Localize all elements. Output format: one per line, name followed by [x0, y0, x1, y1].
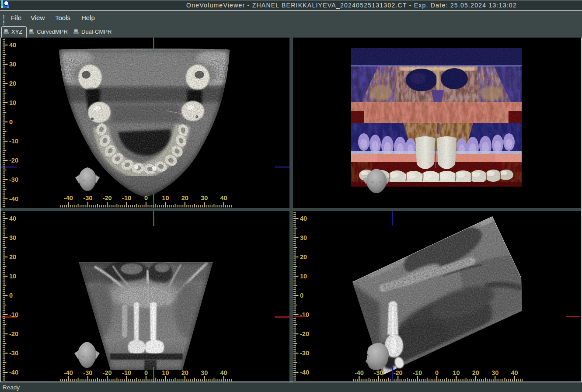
svg-text:30: 30: [9, 61, 16, 68]
svg-text:-10: -10: [122, 369, 131, 376]
svg-text:20: 20: [300, 253, 307, 260]
svg-text:10: 10: [453, 369, 460, 376]
svg-text:-30: -30: [9, 350, 18, 357]
svg-text:0: 0: [300, 292, 303, 299]
svg-text:0: 0: [9, 292, 13, 299]
svg-text:10: 10: [9, 99, 16, 106]
svg-text:10: 10: [9, 273, 16, 280]
svg-text:20: 20: [472, 369, 479, 376]
svg-text:-40: -40: [355, 369, 364, 376]
svg-text:-30: -30: [374, 369, 383, 376]
svg-text:20: 20: [9, 253, 16, 260]
svg-text:-30: -30: [9, 176, 18, 183]
svg-text:10: 10: [162, 194, 169, 201]
svg-text:20: 20: [9, 80, 16, 87]
svg-text:-10: -10: [413, 369, 422, 376]
svg-text:-20: -20: [9, 157, 18, 164]
svg-text:-40: -40: [300, 369, 309, 376]
svg-text:30: 30: [201, 369, 208, 376]
svg-text:40: 40: [9, 42, 16, 49]
svg-text:10: 10: [300, 273, 307, 280]
svg-text:-20: -20: [103, 194, 112, 201]
svg-text:20: 20: [181, 194, 188, 201]
svg-text:-30: -30: [83, 194, 92, 201]
svg-text:-20: -20: [9, 330, 18, 337]
svg-text:30: 30: [300, 234, 307, 241]
svg-text:0: 0: [144, 369, 148, 376]
svg-text:-40: -40: [9, 195, 18, 202]
svg-text:30: 30: [201, 194, 208, 201]
svg-text:30: 30: [9, 234, 16, 241]
svg-text:10: 10: [162, 369, 169, 376]
svg-text:-10: -10: [9, 311, 18, 318]
svg-text:-40: -40: [64, 369, 73, 376]
svg-text:20: 20: [181, 369, 188, 376]
svg-text:40: 40: [220, 369, 227, 376]
svg-text:-40: -40: [64, 194, 73, 201]
svg-text:40: 40: [220, 194, 227, 201]
svg-text:40: 40: [511, 369, 518, 376]
svg-text:-30: -30: [83, 369, 92, 376]
svg-text:30: 30: [491, 369, 498, 376]
svg-text:-20: -20: [300, 330, 309, 337]
svg-text:0: 0: [435, 369, 439, 376]
svg-text:-10: -10: [122, 194, 131, 201]
svg-text:0: 0: [144, 194, 148, 201]
svg-text:-20: -20: [103, 369, 112, 376]
svg-text:40: 40: [9, 215, 16, 222]
svg-text:-20: -20: [394, 369, 403, 376]
svg-text:40: 40: [300, 215, 307, 222]
svg-text:0: 0: [9, 118, 13, 125]
svg-text:-30: -30: [300, 350, 309, 357]
svg-text:-10: -10: [9, 138, 18, 145]
svg-text:-40: -40: [9, 369, 18, 376]
